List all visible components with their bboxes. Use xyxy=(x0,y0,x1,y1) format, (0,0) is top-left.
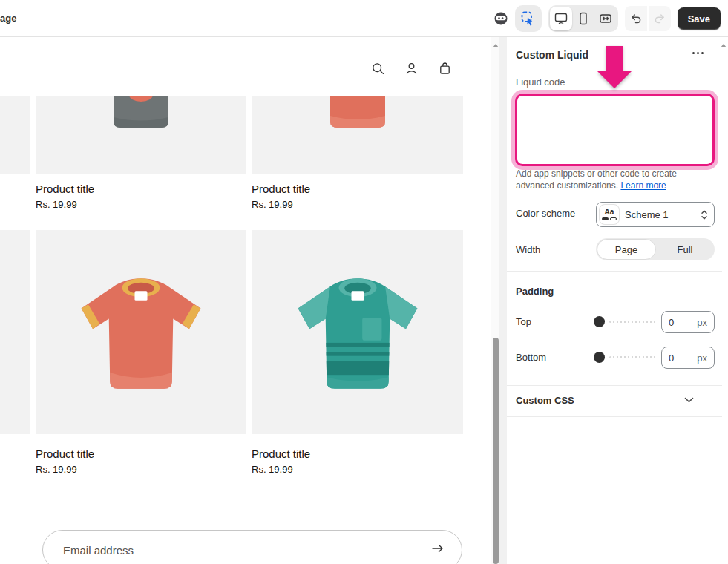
redo-button[interactable] xyxy=(649,6,671,31)
select-cursor-icon xyxy=(520,10,537,27)
padding-bottom-label: Bottom xyxy=(516,352,546,363)
padding-bottom-slider-track[interactable] xyxy=(609,356,657,358)
ninja-icon xyxy=(493,11,508,26)
undo-redo-group xyxy=(625,6,671,31)
red-tshirt-graphic xyxy=(70,269,211,396)
padding-bottom-slider-knob[interactable] xyxy=(594,352,605,363)
product-price: Rs. 19.99 xyxy=(36,464,77,475)
liquid-code-label: Liquid code xyxy=(516,76,565,88)
editor-topbar: age xyxy=(0,0,728,37)
section-select-tool-button[interactable] xyxy=(515,5,542,32)
width-option-page[interactable]: Page xyxy=(597,239,656,260)
padding-bottom-unit: px xyxy=(697,352,707,364)
divider xyxy=(507,271,722,272)
annotation-arrow xyxy=(597,46,632,88)
padding-bottom-field: px xyxy=(661,347,715,369)
custom-css-section-toggle[interactable]: Custom CSS xyxy=(507,385,722,416)
width-segmented-control: Page Full xyxy=(596,238,715,260)
helper-text: Add app snippets or other code to create… xyxy=(516,168,716,191)
chevron-updown-icon xyxy=(701,209,708,220)
redo-icon xyxy=(653,12,666,25)
save-button[interactable]: Save xyxy=(678,7,721,30)
aa-glyph: Aa xyxy=(605,209,614,216)
product-image-gray-tshirt[interactable] xyxy=(36,96,246,174)
theme-editor: age xyxy=(0,0,728,564)
teal-tshirt-graphic xyxy=(287,269,428,396)
padding-top-slider-knob[interactable] xyxy=(594,316,605,327)
red-tshirt-partial-graphic xyxy=(324,96,392,132)
color-scheme-value: Scheme 1 xyxy=(625,209,701,220)
product-image-red-tshirt[interactable] xyxy=(36,230,246,434)
color-scheme-label: Color scheme xyxy=(516,208,575,219)
product-card-partial[interactable] xyxy=(0,96,30,174)
topbar-controls: Save xyxy=(493,0,721,37)
account-icon[interactable] xyxy=(404,62,419,76)
submit-arrow-icon[interactable] xyxy=(430,542,445,558)
padding-top-label: Top xyxy=(516,316,531,327)
learn-more-link[interactable]: Learn more xyxy=(620,180,666,191)
mobile-icon xyxy=(576,11,591,26)
product-image-teal-tshirt[interactable] xyxy=(252,230,463,434)
product-price: Rs. 19.99 xyxy=(252,199,293,210)
product-price: Rs. 19.99 xyxy=(252,464,293,475)
desktop-icon xyxy=(554,11,568,26)
preview-scrollbar-thumb[interactable] xyxy=(493,338,499,564)
product-title[interactable]: Product title xyxy=(252,447,310,460)
padding-top-slider-track[interactable] xyxy=(609,321,657,323)
desktop-preview-button[interactable] xyxy=(550,7,572,30)
liquid-code-textarea[interactable] xyxy=(515,94,715,166)
width-option-full[interactable]: Full xyxy=(656,239,714,260)
more-options-icon[interactable] xyxy=(692,52,704,54)
width-label: Width xyxy=(516,244,540,255)
padding-top-unit: px xyxy=(697,317,707,328)
color-scheme-swatch-icon: Aa xyxy=(600,205,619,224)
padding-top-field: px xyxy=(661,311,715,333)
page-title: age xyxy=(0,13,16,24)
newsletter-signup xyxy=(42,530,462,564)
email-input[interactable] xyxy=(63,544,430,557)
divider xyxy=(507,416,722,417)
device-preview-toggle xyxy=(548,5,618,32)
product-title[interactable]: Product title xyxy=(36,183,94,195)
preview-scrollbar[interactable] xyxy=(491,37,499,564)
product-card-partial[interactable] xyxy=(0,230,30,434)
cart-icon[interactable] xyxy=(438,62,452,76)
fullscreen-preview-button[interactable] xyxy=(594,7,617,30)
product-title[interactable]: Product title xyxy=(252,183,310,195)
fullscreen-icon xyxy=(598,11,613,26)
color-scheme-select[interactable]: Aa Scheme 1 xyxy=(596,202,715,227)
panel-scroll-up-arrow-icon[interactable] xyxy=(721,44,727,47)
padding-bottom-input[interactable] xyxy=(669,352,691,364)
panel-title: Custom Liquid xyxy=(516,49,588,61)
custom-liquid-settings-panel: Custom Liquid Liquid code Add app snippe… xyxy=(507,37,728,564)
undo-button[interactable] xyxy=(625,6,647,31)
custom-css-label: Custom CSS xyxy=(516,395,574,406)
chevron-down-icon xyxy=(684,397,694,404)
padding-top-input[interactable] xyxy=(669,317,691,328)
search-icon[interactable] xyxy=(371,62,385,76)
gray-tshirt-partial-graphic xyxy=(107,96,175,132)
store-header-icons xyxy=(371,62,452,76)
padding-section-title: Padding xyxy=(516,286,554,297)
product-price: Rs. 19.99 xyxy=(36,199,77,210)
scroll-up-arrow-icon[interactable] xyxy=(493,44,499,47)
product-title[interactable]: Product title xyxy=(36,447,94,460)
inspector-ninja-icon[interactable] xyxy=(493,11,508,26)
theme-preview-pane: Product title Rs. 19.99 Product title Rs… xyxy=(0,37,499,564)
undo-icon xyxy=(629,12,643,25)
mobile-preview-button[interactable] xyxy=(572,7,594,30)
product-image-red-tshirt-partial[interactable] xyxy=(252,96,463,174)
